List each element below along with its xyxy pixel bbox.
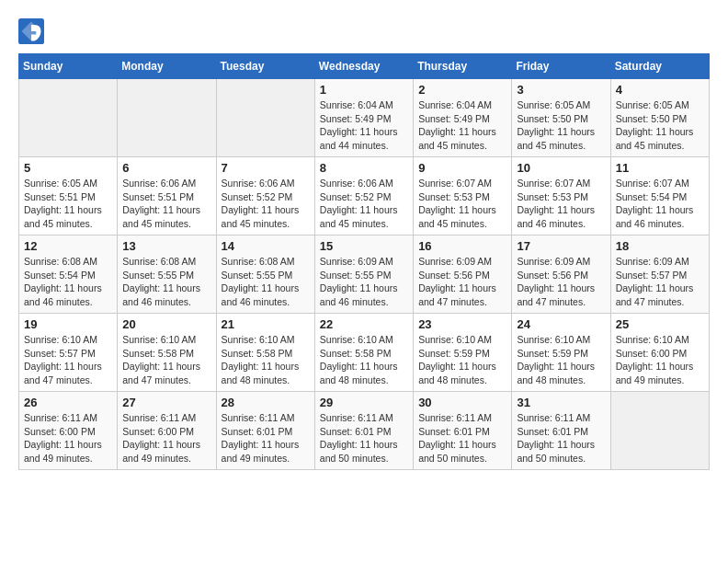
calendar-cell: 1Sunrise: 6:04 AM Sunset: 5:49 PM Daylig…	[314, 79, 413, 157]
calendar-cell: 2Sunrise: 6:04 AM Sunset: 5:49 PM Daylig…	[414, 79, 512, 157]
day-info: Sunrise: 6:05 AM Sunset: 5:50 PM Dayligh…	[517, 98, 605, 153]
calendar-cell: 14Sunrise: 6:08 AM Sunset: 5:55 PM Dayli…	[216, 236, 314, 314]
general-blue-icon	[18, 18, 44, 44]
logo	[18, 18, 48, 44]
day-number: 29	[320, 396, 408, 409]
calendar-cell: 17Sunrise: 6:09 AM Sunset: 5:56 PM Dayli…	[512, 236, 610, 314]
day-number: 9	[418, 161, 506, 175]
day-info: Sunrise: 6:06 AM Sunset: 5:52 PM Dayligh…	[320, 177, 408, 231]
day-number: 7	[222, 161, 310, 175]
calendar-cell: 9Sunrise: 6:07 AM Sunset: 5:53 PM Daylig…	[414, 157, 512, 236]
day-info: Sunrise: 6:08 AM Sunset: 5:55 PM Dayligh…	[122, 255, 210, 309]
day-info: Sunrise: 6:09 AM Sunset: 5:57 PM Dayligh…	[616, 255, 704, 309]
day-number: 14	[222, 239, 310, 253]
day-info: Sunrise: 6:04 AM Sunset: 5:49 PM Dayligh…	[320, 98, 408, 153]
calendar-cell: 30Sunrise: 6:11 AM Sunset: 6:01 PM Dayli…	[414, 392, 512, 470]
day-info: Sunrise: 6:10 AM Sunset: 6:00 PM Dayligh…	[616, 333, 704, 387]
day-info: Sunrise: 6:11 AM Sunset: 6:01 PM Dayligh…	[418, 411, 506, 465]
day-number: 3	[517, 83, 605, 97]
day-number: 17	[517, 239, 605, 253]
day-info: Sunrise: 6:10 AM Sunset: 5:58 PM Dayligh…	[122, 333, 210, 387]
calendar-cell	[19, 79, 118, 157]
calendar-cell: 5Sunrise: 6:05 AM Sunset: 5:51 PM Daylig…	[19, 157, 118, 236]
header-saturday: Saturday	[610, 54, 709, 79]
calendar-cell: 18Sunrise: 6:09 AM Sunset: 5:57 PM Dayli…	[610, 236, 709, 314]
day-number: 10	[517, 161, 605, 175]
calendar-body: 1Sunrise: 6:04 AM Sunset: 5:49 PM Daylig…	[19, 79, 710, 470]
calendar-cell: 13Sunrise: 6:08 AM Sunset: 5:55 PM Dayli…	[118, 236, 216, 314]
calendar-table: SundayMondayTuesdayWednesdayThursdayFrid…	[18, 53, 710, 470]
day-info: Sunrise: 6:11 AM Sunset: 6:00 PM Dayligh…	[24, 411, 112, 465]
day-number: 21	[222, 317, 310, 331]
day-number: 25	[616, 317, 704, 331]
day-number: 4	[616, 83, 704, 97]
week-row-2: 12Sunrise: 6:08 AM Sunset: 5:54 PM Dayli…	[19, 236, 710, 314]
day-info: Sunrise: 6:06 AM Sunset: 5:52 PM Dayligh…	[222, 177, 310, 231]
day-info: Sunrise: 6:05 AM Sunset: 5:50 PM Dayligh…	[616, 98, 704, 153]
calendar-cell: 20Sunrise: 6:10 AM Sunset: 5:58 PM Dayli…	[118, 314, 216, 392]
day-number: 28	[222, 396, 310, 409]
header-thursday: Thursday	[414, 54, 512, 79]
calendar-cell	[216, 79, 314, 157]
day-number: 13	[122, 239, 210, 253]
day-number: 24	[517, 317, 605, 331]
day-info: Sunrise: 6:09 AM Sunset: 5:56 PM Dayligh…	[418, 255, 506, 309]
calendar-cell: 26Sunrise: 6:11 AM Sunset: 6:00 PM Dayli…	[19, 392, 118, 470]
week-row-0: 1Sunrise: 6:04 AM Sunset: 5:49 PM Daylig…	[19, 79, 710, 157]
day-number: 12	[24, 239, 112, 253]
day-number: 20	[122, 317, 210, 331]
calendar-cell: 7Sunrise: 6:06 AM Sunset: 5:52 PM Daylig…	[216, 157, 314, 236]
calendar-cell: 16Sunrise: 6:09 AM Sunset: 5:56 PM Dayli…	[414, 236, 512, 314]
calendar-cell: 31Sunrise: 6:11 AM Sunset: 6:01 PM Dayli…	[512, 392, 610, 470]
calendar-header: SundayMondayTuesdayWednesdayThursdayFrid…	[19, 54, 710, 79]
calendar-cell: 8Sunrise: 6:06 AM Sunset: 5:52 PM Daylig…	[314, 157, 413, 236]
day-number: 26	[24, 396, 112, 409]
day-info: Sunrise: 6:04 AM Sunset: 5:49 PM Dayligh…	[418, 98, 506, 153]
day-number: 1	[320, 83, 408, 97]
day-number: 5	[24, 161, 112, 175]
day-info: Sunrise: 6:10 AM Sunset: 5:59 PM Dayligh…	[418, 333, 506, 387]
day-number: 27	[122, 396, 210, 409]
calendar-cell: 19Sunrise: 6:10 AM Sunset: 5:57 PM Dayli…	[19, 314, 118, 392]
calendar-cell: 15Sunrise: 6:09 AM Sunset: 5:55 PM Dayli…	[314, 236, 413, 314]
day-number: 2	[418, 83, 506, 97]
day-number: 11	[616, 161, 704, 175]
header-sunday: Sunday	[19, 54, 118, 79]
day-info: Sunrise: 6:11 AM Sunset: 6:01 PM Dayligh…	[320, 411, 408, 465]
day-info: Sunrise: 6:07 AM Sunset: 5:54 PM Dayligh…	[616, 177, 704, 231]
header-tuesday: Tuesday	[216, 54, 314, 79]
calendar-cell: 27Sunrise: 6:11 AM Sunset: 6:00 PM Dayli…	[118, 392, 216, 470]
header-friday: Friday	[512, 54, 610, 79]
calendar-cell: 25Sunrise: 6:10 AM Sunset: 6:00 PM Dayli…	[610, 314, 709, 392]
calendar-cell: 10Sunrise: 6:07 AM Sunset: 5:53 PM Dayli…	[512, 157, 610, 236]
day-info: Sunrise: 6:10 AM Sunset: 5:58 PM Dayligh…	[222, 333, 310, 387]
day-number: 16	[418, 239, 506, 253]
day-number: 8	[320, 161, 408, 175]
day-info: Sunrise: 6:10 AM Sunset: 5:59 PM Dayligh…	[517, 333, 605, 387]
header-row: SundayMondayTuesdayWednesdayThursdayFrid…	[19, 54, 710, 79]
day-number: 6	[122, 161, 210, 175]
calendar-cell	[118, 79, 216, 157]
day-number: 23	[418, 317, 506, 331]
day-info: Sunrise: 6:09 AM Sunset: 5:56 PM Dayligh…	[517, 255, 605, 309]
calendar-cell: 11Sunrise: 6:07 AM Sunset: 5:54 PM Dayli…	[610, 157, 709, 236]
calendar-cell: 4Sunrise: 6:05 AM Sunset: 5:50 PM Daylig…	[610, 79, 709, 157]
calendar-cell: 3Sunrise: 6:05 AM Sunset: 5:50 PM Daylig…	[512, 79, 610, 157]
day-number: 22	[320, 317, 408, 331]
calendar-cell: 22Sunrise: 6:10 AM Sunset: 5:58 PM Dayli…	[314, 314, 413, 392]
day-info: Sunrise: 6:06 AM Sunset: 5:51 PM Dayligh…	[122, 177, 210, 231]
header-monday: Monday	[118, 54, 216, 79]
week-row-1: 5Sunrise: 6:05 AM Sunset: 5:51 PM Daylig…	[19, 157, 710, 236]
day-info: Sunrise: 6:10 AM Sunset: 5:58 PM Dayligh…	[320, 333, 408, 387]
header-wednesday: Wednesday	[314, 54, 413, 79]
day-info: Sunrise: 6:09 AM Sunset: 5:55 PM Dayligh…	[320, 255, 408, 309]
day-info: Sunrise: 6:08 AM Sunset: 5:55 PM Dayligh…	[222, 255, 310, 309]
calendar-cell: 6Sunrise: 6:06 AM Sunset: 5:51 PM Daylig…	[118, 157, 216, 236]
calendar-cell: 21Sunrise: 6:10 AM Sunset: 5:58 PM Dayli…	[216, 314, 314, 392]
day-number: 30	[418, 396, 506, 409]
calendar-cell: 12Sunrise: 6:08 AM Sunset: 5:54 PM Dayli…	[19, 236, 118, 314]
day-info: Sunrise: 6:10 AM Sunset: 5:57 PM Dayligh…	[24, 333, 112, 387]
day-number: 19	[24, 317, 112, 331]
week-row-3: 19Sunrise: 6:10 AM Sunset: 5:57 PM Dayli…	[19, 314, 710, 392]
day-info: Sunrise: 6:11 AM Sunset: 6:01 PM Dayligh…	[222, 411, 310, 465]
